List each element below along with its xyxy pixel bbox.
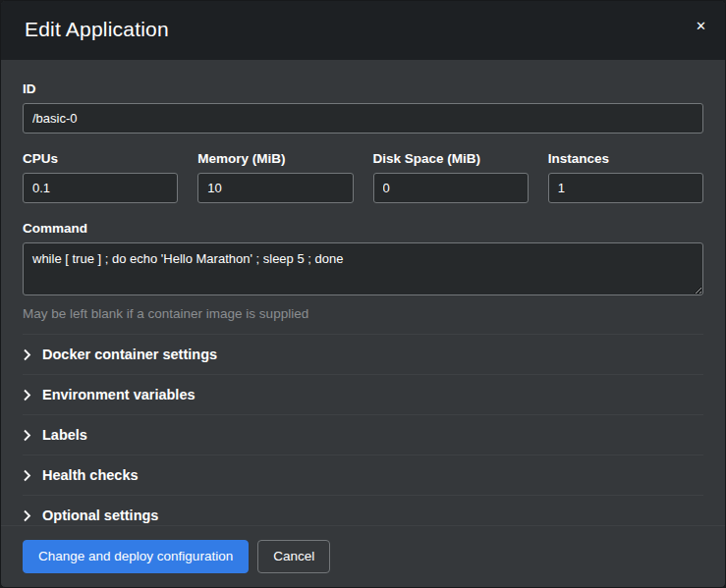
close-icon[interactable]: ✕: [692, 16, 710, 36]
section-label: Labels: [42, 427, 87, 443]
instances-input[interactable]: [548, 173, 703, 203]
memory-field-group: Memory (MiB): [197, 151, 353, 203]
command-field-group: Command while [ true ] ; do echo 'Hello …: [23, 221, 703, 321]
section-label: Health checks: [42, 467, 139, 483]
instances-field-group: Instances: [548, 151, 703, 203]
change-and-deploy-button[interactable]: Change and deploy configuration: [23, 540, 249, 573]
cancel-button[interactable]: Cancel: [257, 540, 330, 573]
command-textarea[interactable]: while [ true ] ; do echo 'Hello Marathon…: [23, 242, 703, 295]
modal-title: Edit Application: [25, 18, 701, 41]
modal-footer: Change and deploy configuration Cancel: [1, 525, 725, 587]
chevron-right-icon: [23, 509, 31, 522]
section-docker-container-settings[interactable]: Docker container settings: [23, 334, 703, 374]
section-labels[interactable]: Labels: [23, 414, 703, 454]
resources-row: CPUs Memory (MiB) Disk Space (MiB) Insta…: [23, 151, 703, 203]
cpus-field-group: CPUs: [23, 151, 178, 203]
instances-label: Instances: [548, 151, 703, 166]
modal-body: ID CPUs Memory (MiB) Disk Space (MiB) In…: [1, 60, 725, 525]
id-label: ID: [23, 81, 703, 96]
chevron-right-icon: [23, 429, 31, 442]
chevron-right-icon: [23, 389, 31, 401]
section-label: Optional settings: [42, 508, 158, 523]
id-input[interactable]: [23, 103, 703, 134]
id-field-group: ID: [23, 81, 703, 134]
memory-label: Memory (MiB): [197, 151, 353, 166]
section-optional-settings[interactable]: Optional settings: [23, 495, 703, 525]
section-health-checks[interactable]: Health checks: [23, 454, 703, 495]
edit-application-modal: Edit Application ✕ ID CPUs Memory (MiB) …: [0, 0, 726, 588]
chevron-right-icon: [23, 348, 31, 361]
modal-header: Edit Application ✕: [1, 1, 725, 60]
chevron-right-icon: [23, 469, 31, 482]
section-environment-variables[interactable]: Environment variables: [23, 374, 703, 414]
cpus-label: CPUs: [23, 151, 178, 166]
section-label: Docker container settings: [42, 347, 217, 362]
cpus-input[interactable]: [23, 173, 178, 203]
memory-input[interactable]: [197, 173, 353, 203]
command-help-text: May be left blank if a container image i…: [23, 306, 703, 321]
disk-field-group: Disk Space (MiB): [373, 151, 529, 203]
disk-input[interactable]: [373, 173, 529, 203]
section-label: Environment variables: [42, 387, 195, 402]
command-label: Command: [23, 221, 703, 236]
disk-label: Disk Space (MiB): [373, 151, 529, 166]
accordion-sections: Docker container settings Environment va…: [23, 334, 703, 525]
